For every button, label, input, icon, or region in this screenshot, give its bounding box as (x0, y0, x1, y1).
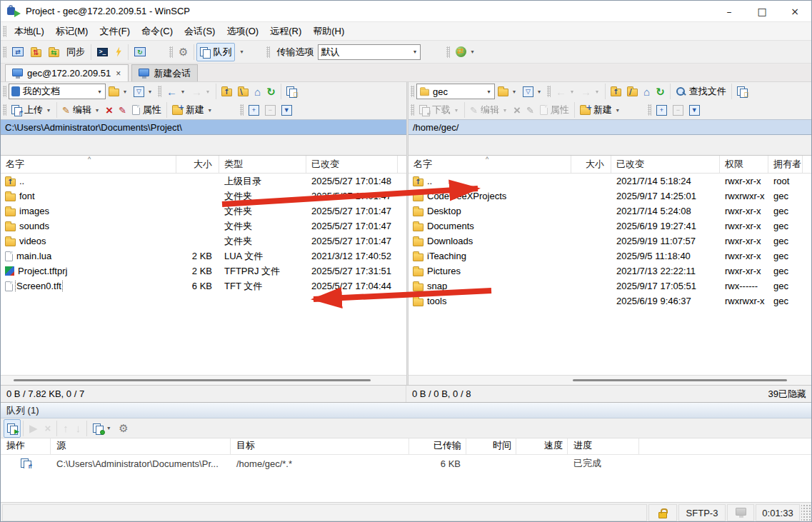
scrollbar-thumb[interactable] (573, 379, 787, 381)
file-row-..[interactable]: ↑..2021/7/14 5:18:24rwxr-xr-xroot (408, 174, 812, 189)
file-row-iTeaching[interactable]: iTeaching2025/9/5 11:18:40rwxr-xr-xgec (408, 249, 812, 263)
remote-column-header-1[interactable]: 大小 (571, 156, 611, 173)
local-column-header-3[interactable]: 已改变 (306, 156, 398, 173)
local-parent-dir-button[interactable]: ↑ (219, 83, 235, 100)
file-row-videos[interactable]: videos文件夹2025/5/27 17:01:47 (1, 234, 406, 249)
file-row-Pictures[interactable]: Pictures2021/7/13 22:22:11rwxr-xr-xgec (408, 263, 812, 278)
local-select-minus-button[interactable]: − (262, 101, 279, 119)
local-column-header-2[interactable]: 类型 (219, 156, 306, 173)
file-row-Downloads[interactable]: Downloads2025/9/19 11:07:57rwxr-xr-xgec (408, 234, 812, 249)
toolbar-grip[interactable] (3, 46, 6, 58)
transfer-settings-button[interactable]: ⚙ (175, 43, 191, 61)
queue-column-header-1[interactable]: 源 (51, 438, 231, 454)
remote-select-plus-button[interactable]: + (653, 101, 670, 119)
grip[interactable] (411, 86, 414, 97)
local-column-header-1[interactable]: 大小 (176, 156, 219, 173)
remote-path-bar[interactable]: /home/gec/ (408, 119, 812, 135)
local-back-button[interactable]: ←▾ (164, 83, 189, 100)
find-files-button[interactable]: 查找文件 (673, 83, 729, 100)
remote-horizontal-scrollbar[interactable] (408, 375, 812, 385)
close-button[interactable]: × (778, 1, 811, 21)
remote-rename-button[interactable]: ✎ (523, 101, 537, 119)
remote-back-button[interactable]: ←▾ (553, 83, 578, 100)
remote-forward-button[interactable]: →▾ (578, 83, 603, 100)
grip[interactable] (240, 104, 244, 116)
scrollbar-thumb[interactable] (14, 379, 371, 381)
queue-dropdown[interactable]: ▾ (235, 43, 248, 61)
queue-toggle-button[interactable]: 队列 (196, 43, 235, 61)
session-color-button[interactable]: ▾ (452, 43, 478, 61)
file-row-CodeGeeXProjects[interactable]: CodeGeeXProjects2025/9/17 14:25:01rwxrwx… (408, 189, 812, 204)
menu-item-help[interactable]: 帮助(H) (307, 23, 350, 40)
local-filter-button[interactable]: ▽▾ (131, 83, 156, 100)
synchronize-button[interactable]: 同步 (63, 43, 89, 61)
remote-home-dir-button[interactable]: ⌂ (641, 83, 653, 100)
grip[interactable] (648, 104, 651, 116)
remote-filter-button[interactable]: ▽▾ (520, 83, 545, 100)
queue-move-down-button[interactable]: ↓ (72, 419, 85, 438)
local-drive-combobox[interactable]: 我的文档 ▾ (9, 84, 106, 99)
local-open-dir-button[interactable]: ▾ (106, 83, 131, 100)
encryption-cell[interactable] (648, 504, 677, 521)
queue-column-header-4[interactable]: 时间 (466, 438, 516, 454)
queue-column-header-5[interactable]: 速度 (516, 438, 568, 454)
queue-column-header-6[interactable]: 进度 (568, 438, 639, 454)
file-row-Documents[interactable]: Documents2025/6/19 19:27:41rwxr-xr-xgec (408, 219, 812, 234)
upload-queue-button[interactable]: ⇅ (27, 43, 45, 61)
local-root-dir-button[interactable]: \ (235, 83, 251, 100)
local-edit-button[interactable]: ✎编辑▾ (59, 101, 103, 119)
remote-drive-combobox[interactable]: gec ▾ (416, 84, 495, 99)
remote-select-filter-button[interactable]: ▼ (686, 101, 703, 119)
grip[interactable] (3, 86, 6, 97)
download-queue-button[interactable]: ⇆ (45, 43, 63, 61)
local-refresh-button[interactable]: ↻ (264, 83, 279, 100)
maximize-button[interactable]: □ (746, 1, 778, 21)
remote-root-dir-button[interactable]: / (624, 83, 641, 100)
local-horizontal-scrollbar[interactable] (1, 375, 406, 385)
remote-column-header-4[interactable]: 拥有者 (768, 156, 803, 173)
queue-column-header-2[interactable]: 目标 (231, 438, 409, 454)
file-row-Screen0.tft[interactable]: Screen0.tft6 KBTFT 文件2025/5/27 17:04:44 (1, 278, 406, 293)
toolbar-grip4[interactable] (446, 46, 450, 58)
remote-column-header-2[interactable]: 已改变 (611, 156, 720, 173)
swap-panels-button[interactable]: ⇄ (9, 43, 27, 61)
queue-resume-button[interactable]: ▶ (26, 419, 41, 438)
local-forward-button[interactable]: →▾ (189, 83, 214, 100)
grip[interactable] (3, 104, 6, 116)
protocol-cell[interactable]: SFTP-3 (678, 504, 726, 521)
file-row-..[interactable]: ↑..上级目录2025/5/27 17:01:48 (1, 174, 406, 189)
remote-column-header-3[interactable]: 权限 (720, 156, 768, 173)
queue-delete-button[interactable]: × (41, 419, 55, 438)
local-follow-symlink-button[interactable]: ◻ (284, 83, 299, 100)
local-rename-button[interactable]: ✎ (116, 101, 129, 119)
minimize-button[interactable]: – (713, 1, 746, 21)
grip[interactable] (547, 86, 551, 97)
local-properties-button[interactable]: 属性 (129, 101, 164, 119)
local-select-plus-button[interactable]: + (246, 101, 262, 119)
file-row-Project.tftprj[interactable]: Project.tftprj2 KBTFTPRJ 文件2025/5/27 17:… (1, 263, 406, 278)
execute-command-button[interactable] (111, 43, 126, 61)
remote-parent-dir-button[interactable]: ↑ (608, 83, 624, 100)
grip[interactable] (411, 104, 414, 116)
file-row-sounds[interactable]: sounds文件夹2025/5/27 17:01:47 (1, 219, 406, 234)
menu-grip[interactable] (3, 26, 6, 37)
tab-close-icon[interactable]: × (115, 69, 121, 79)
menu-item-files[interactable]: 文件(F) (94, 23, 136, 40)
queue-processing-button[interactable]: ▶ (4, 419, 21, 438)
toolbar-grip2[interactable] (169, 46, 173, 58)
new-session-tab[interactable]: 新建会话 (131, 64, 198, 81)
refresh-panels-button[interactable]: ↻ (131, 43, 149, 61)
transfer-preset-combobox[interactable]: 默认 ▾ (318, 44, 421, 60)
menu-item-options[interactable]: 选项(O) (221, 23, 264, 40)
local-home-dir-button[interactable]: ⌂ (251, 83, 264, 100)
file-row-Desktop[interactable]: Desktop2021/7/14 5:24:08rwxr-xr-xgec (408, 204, 812, 219)
upload-button[interactable]: ↱上传▾ (9, 101, 54, 119)
queue-settings-button[interactable]: ⚙ (115, 419, 131, 438)
queue-column-header-0[interactable]: 操作 (1, 438, 51, 454)
remote-properties-button[interactable]: 属性 (537, 101, 572, 119)
queue-operations-button[interactable]: ▾ (89, 419, 115, 438)
remote-column-header-0[interactable]: 名字 (408, 156, 571, 173)
file-row-main.lua[interactable]: main.lua2 KBLUA 文件2021/3/12 17:40:52 (1, 249, 406, 263)
queue-row[interactable]: ↱ C:\Users\Administrator\Documents\Pr...… (1, 455, 812, 472)
remote-follow-symlink-button[interactable]: ◻ (734, 83, 750, 100)
